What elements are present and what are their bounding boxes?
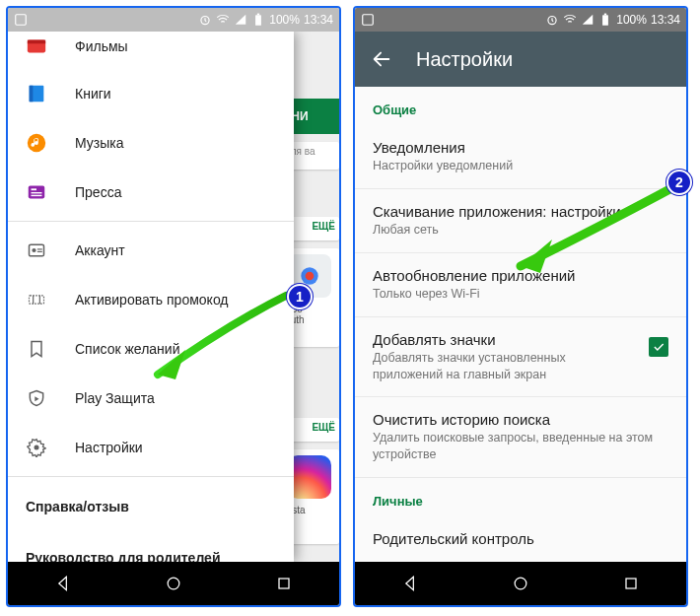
shield-icon xyxy=(26,387,47,409)
alarm-icon xyxy=(545,13,559,27)
android-nav-bar xyxy=(8,562,339,605)
status-bar: 100% 13:34 xyxy=(8,8,339,32)
nav-recents-button[interactable] xyxy=(611,564,651,603)
account-icon xyxy=(26,240,47,261)
annotation-badge-1: 1 xyxy=(287,284,313,309)
music-icon xyxy=(26,132,47,154)
svg-rect-22 xyxy=(279,579,289,588)
drawer-music[interactable]: Музыка xyxy=(8,118,294,168)
svg-rect-12 xyxy=(32,188,37,190)
svg-rect-25 xyxy=(602,15,608,25)
drawer-promo[interactable]: Активировать промокод xyxy=(8,275,294,324)
svg-rect-0 xyxy=(16,15,27,26)
android-nav-bar xyxy=(355,562,686,605)
movies-icon xyxy=(26,35,47,57)
svg-rect-3 xyxy=(257,14,259,16)
svg-point-27 xyxy=(515,578,526,589)
screenshot-icon xyxy=(14,13,28,27)
drawer-account[interactable]: Аккаунт xyxy=(8,226,294,275)
svg-point-20 xyxy=(35,445,39,450)
battery-icon xyxy=(251,13,265,27)
phone-right: 100% 13:34 Настройки Общие Уведомления Н… xyxy=(353,6,688,607)
settings-appbar: Настройки xyxy=(355,32,686,87)
svg-rect-7 xyxy=(28,40,45,44)
clock: 13:34 xyxy=(304,13,333,27)
setting-notifications[interactable]: Уведомления Настройки уведомлений xyxy=(355,125,686,188)
svg-rect-19 xyxy=(30,296,44,304)
battery-pct: 100% xyxy=(269,13,300,27)
battery-icon xyxy=(598,13,612,27)
signal-icon xyxy=(234,13,247,27)
svg-rect-13 xyxy=(32,192,42,193)
annotation-badge-2: 2 xyxy=(666,170,692,195)
nav-home-button[interactable] xyxy=(154,564,193,603)
news-icon xyxy=(26,181,47,203)
setting-clear-history[interactable]: Очистить историю поиска Удалить поисковы… xyxy=(355,397,686,477)
svg-point-16 xyxy=(32,248,35,252)
nav-drawer: Фильмы Книги Музыка Пресса xyxy=(8,32,294,562)
setting-download[interactable]: Скачивание приложения: настройки Любая с… xyxy=(355,189,686,252)
signal-icon xyxy=(581,13,595,27)
promo-icon xyxy=(26,289,47,310)
drawer-wishlist[interactable]: Список желаний xyxy=(8,324,294,374)
svg-rect-23 xyxy=(363,15,374,26)
setting-icons[interactable]: Добавлять значки Добавлять значки устано… xyxy=(355,317,686,397)
drawer-protect[interactable]: Play Защита xyxy=(8,374,294,423)
drawer-news[interactable]: Пресса xyxy=(8,168,294,217)
svg-point-5 xyxy=(306,272,315,281)
svg-rect-18 xyxy=(37,251,42,252)
nav-back-button[interactable] xyxy=(390,564,430,603)
setting-autoupdate[interactable]: Автообновление приложений Только через W… xyxy=(355,253,686,316)
nav-back-button[interactable] xyxy=(43,564,83,603)
nav-home-button[interactable] xyxy=(501,564,540,603)
gear-icon xyxy=(26,437,47,458)
wishlist-icon xyxy=(26,338,47,360)
nav-recents-button[interactable] xyxy=(264,564,304,603)
drawer-settings[interactable]: Настройки xyxy=(8,423,294,472)
svg-rect-15 xyxy=(30,244,44,256)
section-general: Общие xyxy=(355,87,686,125)
books-icon xyxy=(26,83,47,104)
svg-rect-14 xyxy=(32,195,42,196)
drawer-parents[interactable]: Руководство для родителей xyxy=(8,532,294,562)
drawer-books[interactable]: Книги xyxy=(8,69,294,118)
screenshot-icon xyxy=(361,13,375,27)
status-bar: 100% 13:34 xyxy=(355,8,686,32)
wifi-icon xyxy=(563,13,577,27)
drawer-movies[interactable]: Фильмы xyxy=(8,32,294,69)
svg-rect-17 xyxy=(37,248,42,249)
page-title: Настройки xyxy=(416,48,513,71)
wifi-icon xyxy=(216,13,230,27)
drawer-help[interactable]: Справка/отзыв xyxy=(8,481,294,532)
svg-rect-26 xyxy=(604,14,606,16)
section-personal: Личные xyxy=(355,478,686,516)
checkbox-icon[interactable] xyxy=(649,337,668,357)
battery-pct: 100% xyxy=(616,13,647,27)
svg-point-21 xyxy=(168,578,179,589)
back-arrow-icon[interactable] xyxy=(371,48,392,70)
svg-rect-2 xyxy=(255,15,261,25)
setting-parental[interactable]: Родительский контроль xyxy=(355,516,686,562)
svg-rect-28 xyxy=(626,579,636,588)
clock: 13:34 xyxy=(651,13,680,27)
svg-rect-9 xyxy=(30,86,34,103)
alarm-icon xyxy=(198,13,212,27)
